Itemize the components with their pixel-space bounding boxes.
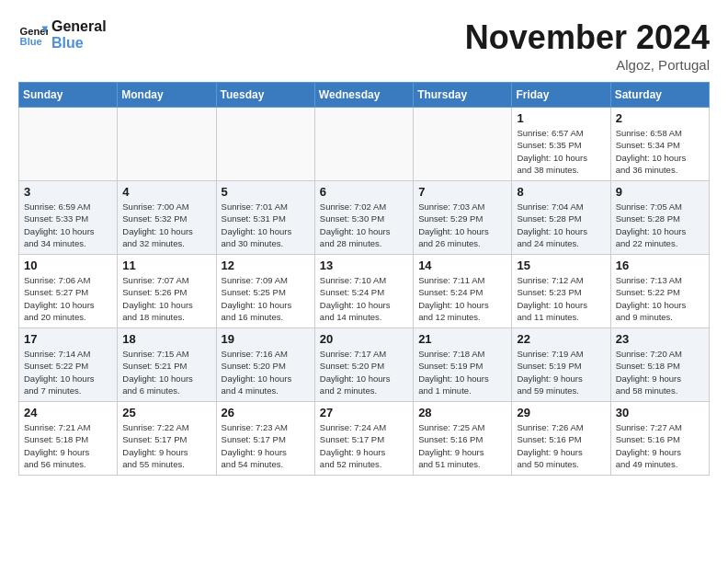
day-number: 28 bbox=[418, 406, 506, 419]
calendar-day-cell: 25Sunrise: 7:22 AM Sunset: 5:17 PM Dayli… bbox=[118, 402, 216, 476]
day-info: Sunrise: 7:25 AM Sunset: 5:16 PM Dayligh… bbox=[418, 421, 506, 470]
calendar-day-cell: 14Sunrise: 7:11 AM Sunset: 5:24 PM Dayli… bbox=[414, 255, 512, 328]
calendar-day-cell: 17Sunrise: 7:14 AM Sunset: 5:22 PM Dayli… bbox=[19, 328, 118, 402]
day-info: Sunrise: 7:24 AM Sunset: 5:17 PM Dayligh… bbox=[320, 421, 408, 470]
calendar-week-row: 24Sunrise: 7:21 AM Sunset: 5:18 PM Dayli… bbox=[19, 402, 710, 476]
day-info: Sunrise: 7:19 AM Sunset: 5:19 PM Dayligh… bbox=[517, 348, 605, 396]
day-info: Sunrise: 7:26 AM Sunset: 5:16 PM Dayligh… bbox=[517, 421, 605, 470]
day-number: 22 bbox=[517, 332, 605, 346]
calendar-day-cell: 29Sunrise: 7:26 AM Sunset: 5:16 PM Dayli… bbox=[512, 402, 610, 476]
day-info: Sunrise: 7:00 AM Sunset: 5:32 PM Dayligh… bbox=[122, 201, 210, 249]
day-info: Sunrise: 7:04 AM Sunset: 5:28 PM Dayligh… bbox=[517, 201, 605, 249]
day-number: 25 bbox=[122, 406, 210, 419]
calendar-day-cell: 5Sunrise: 7:01 AM Sunset: 5:31 PM Daylig… bbox=[216, 181, 314, 255]
day-number: 2 bbox=[616, 111, 704, 125]
day-number: 24 bbox=[24, 406, 112, 419]
day-number: 14 bbox=[418, 259, 506, 272]
calendar-day-cell: 11Sunrise: 7:07 AM Sunset: 5:26 PM Dayli… bbox=[118, 255, 216, 328]
day-number: 7 bbox=[418, 185, 506, 199]
day-number: 23 bbox=[616, 332, 704, 346]
day-number: 9 bbox=[616, 185, 704, 199]
calendar-table: Sunday Monday Tuesday Wednesday Thursday… bbox=[18, 82, 710, 476]
header-tuesday: Tuesday bbox=[216, 83, 314, 108]
calendar-day-cell: 24Sunrise: 7:21 AM Sunset: 5:18 PM Dayli… bbox=[19, 402, 118, 476]
calendar-week-row: 10Sunrise: 7:06 AM Sunset: 5:27 PM Dayli… bbox=[19, 255, 710, 328]
day-number: 16 bbox=[616, 259, 704, 272]
header-saturday: Saturday bbox=[610, 83, 709, 108]
logo: General Blue General Blue bbox=[18, 18, 107, 51]
day-number: 11 bbox=[122, 259, 210, 272]
day-info: Sunrise: 7:07 AM Sunset: 5:26 PM Dayligh… bbox=[122, 274, 210, 323]
calendar-week-row: 3Sunrise: 6:59 AM Sunset: 5:33 PM Daylig… bbox=[19, 181, 710, 255]
day-number: 21 bbox=[418, 332, 506, 346]
day-info: Sunrise: 7:12 AM Sunset: 5:23 PM Dayligh… bbox=[517, 274, 605, 323]
calendar-day-cell: 27Sunrise: 7:24 AM Sunset: 5:17 PM Dayli… bbox=[314, 402, 413, 476]
day-info: Sunrise: 6:57 AM Sunset: 5:35 PM Dayligh… bbox=[517, 127, 605, 176]
day-number: 18 bbox=[122, 332, 210, 346]
day-number: 26 bbox=[222, 406, 310, 419]
day-number: 5 bbox=[222, 185, 310, 199]
calendar-day-cell bbox=[216, 108, 314, 181]
day-info: Sunrise: 6:59 AM Sunset: 5:33 PM Dayligh… bbox=[24, 201, 112, 249]
calendar-day-cell: 20Sunrise: 7:17 AM Sunset: 5:20 PM Dayli… bbox=[314, 328, 413, 402]
day-info: Sunrise: 7:21 AM Sunset: 5:18 PM Dayligh… bbox=[24, 421, 112, 470]
day-number: 8 bbox=[517, 185, 605, 199]
day-number: 10 bbox=[24, 259, 112, 272]
svg-text:Blue: Blue bbox=[20, 36, 42, 47]
calendar-day-cell bbox=[414, 108, 512, 181]
day-info: Sunrise: 7:09 AM Sunset: 5:25 PM Dayligh… bbox=[222, 274, 310, 323]
location: Algoz, Portugal bbox=[465, 57, 710, 73]
month-title: November 2024 bbox=[465, 18, 710, 57]
day-info: Sunrise: 7:23 AM Sunset: 5:17 PM Dayligh… bbox=[222, 421, 310, 470]
calendar-day-cell bbox=[118, 108, 216, 181]
calendar-day-cell bbox=[314, 108, 413, 181]
logo-icon: General Blue bbox=[18, 20, 48, 50]
calendar-day-cell: 3Sunrise: 6:59 AM Sunset: 5:33 PM Daylig… bbox=[19, 181, 118, 255]
day-number: 6 bbox=[320, 185, 408, 199]
day-number: 1 bbox=[517, 111, 605, 125]
day-info: Sunrise: 7:13 AM Sunset: 5:22 PM Dayligh… bbox=[616, 274, 704, 323]
header-friday: Friday bbox=[512, 83, 610, 108]
calendar-week-row: 1Sunrise: 6:57 AM Sunset: 5:35 PM Daylig… bbox=[19, 108, 710, 181]
day-info: Sunrise: 7:27 AM Sunset: 5:16 PM Dayligh… bbox=[616, 421, 704, 470]
day-number: 12 bbox=[222, 259, 310, 272]
day-info: Sunrise: 7:05 AM Sunset: 5:28 PM Dayligh… bbox=[616, 201, 704, 249]
calendar-day-cell: 1Sunrise: 6:57 AM Sunset: 5:35 PM Daylig… bbox=[512, 108, 610, 181]
day-info: Sunrise: 7:03 AM Sunset: 5:29 PM Dayligh… bbox=[418, 201, 506, 249]
title-block: November 2024 Algoz, Portugal bbox=[465, 18, 710, 73]
day-info: Sunrise: 6:58 AM Sunset: 5:34 PM Dayligh… bbox=[616, 127, 704, 176]
calendar-day-cell: 12Sunrise: 7:09 AM Sunset: 5:25 PM Dayli… bbox=[216, 255, 314, 328]
calendar-day-cell: 9Sunrise: 7:05 AM Sunset: 5:28 PM Daylig… bbox=[610, 181, 709, 255]
header-thursday: Thursday bbox=[414, 83, 512, 108]
day-number: 13 bbox=[320, 259, 408, 272]
logo-text: General Blue bbox=[51, 18, 107, 51]
day-info: Sunrise: 7:06 AM Sunset: 5:27 PM Dayligh… bbox=[24, 274, 112, 323]
calendar-header-row: Sunday Monday Tuesday Wednesday Thursday… bbox=[19, 83, 710, 108]
day-info: Sunrise: 7:10 AM Sunset: 5:24 PM Dayligh… bbox=[320, 274, 408, 323]
calendar-day-cell: 18Sunrise: 7:15 AM Sunset: 5:21 PM Dayli… bbox=[118, 328, 216, 402]
day-number: 27 bbox=[320, 406, 408, 419]
calendar-day-cell: 23Sunrise: 7:20 AM Sunset: 5:18 PM Dayli… bbox=[610, 328, 709, 402]
day-number: 30 bbox=[616, 406, 704, 419]
day-info: Sunrise: 7:16 AM Sunset: 5:20 PM Dayligh… bbox=[222, 348, 310, 396]
header-sunday: Sunday bbox=[19, 83, 118, 108]
calendar-day-cell: 26Sunrise: 7:23 AM Sunset: 5:17 PM Dayli… bbox=[216, 402, 314, 476]
day-info: Sunrise: 7:22 AM Sunset: 5:17 PM Dayligh… bbox=[122, 421, 210, 470]
calendar-day-cell: 6Sunrise: 7:02 AM Sunset: 5:30 PM Daylig… bbox=[314, 181, 413, 255]
day-number: 4 bbox=[122, 185, 210, 199]
calendar-day-cell bbox=[19, 108, 118, 181]
day-number: 17 bbox=[24, 332, 112, 346]
day-info: Sunrise: 7:11 AM Sunset: 5:24 PM Dayligh… bbox=[418, 274, 506, 323]
day-info: Sunrise: 7:01 AM Sunset: 5:31 PM Dayligh… bbox=[222, 201, 310, 249]
day-info: Sunrise: 7:15 AM Sunset: 5:21 PM Dayligh… bbox=[122, 348, 210, 396]
header-wednesday: Wednesday bbox=[314, 83, 413, 108]
day-number: 3 bbox=[24, 185, 112, 199]
calendar-day-cell: 30Sunrise: 7:27 AM Sunset: 5:16 PM Dayli… bbox=[610, 402, 709, 476]
day-info: Sunrise: 7:14 AM Sunset: 5:22 PM Dayligh… bbox=[24, 348, 112, 396]
calendar-day-cell: 16Sunrise: 7:13 AM Sunset: 5:22 PM Dayli… bbox=[610, 255, 709, 328]
calendar-day-cell: 28Sunrise: 7:25 AM Sunset: 5:16 PM Dayli… bbox=[414, 402, 512, 476]
calendar-day-cell: 2Sunrise: 6:58 AM Sunset: 5:34 PM Daylig… bbox=[610, 108, 709, 181]
calendar-day-cell: 21Sunrise: 7:18 AM Sunset: 5:19 PM Dayli… bbox=[414, 328, 512, 402]
calendar-day-cell: 10Sunrise: 7:06 AM Sunset: 5:27 PM Dayli… bbox=[19, 255, 118, 328]
day-number: 15 bbox=[517, 259, 605, 272]
